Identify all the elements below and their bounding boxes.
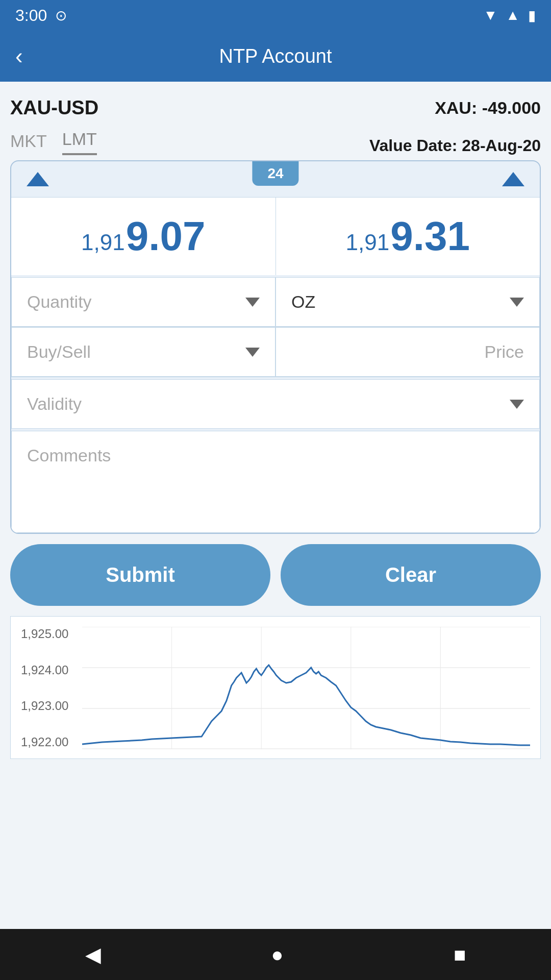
bid-up-arrow[interactable] xyxy=(27,172,49,186)
validity-dropdown[interactable]: Validity xyxy=(11,379,540,429)
unit-value: OZ xyxy=(291,292,315,312)
price-row: 1,91 9.07 1,91 9.31 xyxy=(11,197,540,275)
validity-label: Validity xyxy=(27,394,82,414)
signal-icon: ▲ xyxy=(506,7,520,23)
tab-group: MKT LMT xyxy=(10,129,97,155)
price-header: 24 xyxy=(11,161,540,197)
nav-back-button[interactable]: ◀ xyxy=(85,943,101,966)
bid-main: 9.07 xyxy=(126,213,206,260)
nav-recents-button[interactable]: ■ xyxy=(454,943,466,966)
ask-main: 9.31 xyxy=(390,213,470,260)
bottom-nav: ◀ ● ■ xyxy=(0,929,551,980)
quantity-badge: 24 xyxy=(252,161,298,186)
wifi-icon: ▼ xyxy=(484,7,498,23)
quantity-dropdown[interactable]: Quantity xyxy=(11,277,276,327)
main-content: XAU-USD XAU: -49.000 MKT LMT Value Date:… xyxy=(0,82,551,759)
bid-price-cell[interactable]: 1,91 9.07 xyxy=(11,198,276,275)
buysell-price-row: Buy/Sell Price xyxy=(11,327,540,377)
ask-prefix: 1,91 xyxy=(346,230,390,255)
y-label-1: 1,925.00 xyxy=(21,627,68,641)
tab-mkt[interactable]: MKT xyxy=(10,131,47,155)
tabs-row: MKT LMT Value Date: 28-Aug-20 xyxy=(10,129,541,155)
unit-dropdown[interactable]: OZ xyxy=(276,277,540,327)
quantity-chevron xyxy=(245,298,260,307)
ask-up-arrow[interactable] xyxy=(502,172,524,186)
form-section: Quantity OZ Buy/Sell Price xyxy=(11,277,540,533)
quantity-label: Quantity xyxy=(27,292,92,312)
quantity-unit-row: Quantity OZ xyxy=(11,277,540,327)
buysell-label: Buy/Sell xyxy=(27,342,91,362)
validity-chevron xyxy=(510,400,524,409)
clear-button[interactable]: Clear xyxy=(281,544,541,606)
back-button[interactable]: ‹ xyxy=(15,43,23,69)
y-label-2: 1,924.00 xyxy=(21,663,68,677)
unit-chevron xyxy=(510,298,524,307)
status-bar: 3:00 ⊙ ▼ ▲ ▮ xyxy=(0,0,551,31)
ask-price: 1,91 9.31 xyxy=(286,213,530,260)
currency-pair: XAU-USD xyxy=(10,97,98,119)
xau-balance: XAU: -49.000 xyxy=(435,98,541,118)
comments-input[interactable]: Comments xyxy=(11,431,540,533)
header-info: XAU-USD XAU: -49.000 xyxy=(10,92,541,129)
bid-price: 1,91 9.07 xyxy=(21,213,265,260)
price-card: 24 1,91 9.07 1,91 9.31 xyxy=(10,160,541,534)
chart-svg xyxy=(82,627,530,749)
submit-button[interactable]: Submit xyxy=(10,544,270,606)
comments-placeholder: Comments xyxy=(27,446,111,465)
status-time: 3:00 xyxy=(15,6,47,25)
battery-icon: ▮ xyxy=(528,7,536,24)
y-label-4: 1,922.00 xyxy=(21,735,68,749)
nav-home-button[interactable]: ● xyxy=(271,943,283,966)
price-input[interactable]: Price xyxy=(276,327,540,377)
buysell-dropdown[interactable]: Buy/Sell xyxy=(11,327,276,377)
buysell-chevron xyxy=(245,348,260,357)
value-date: Value Date: 28-Aug-20 xyxy=(369,136,541,155)
bid-prefix: 1,91 xyxy=(81,230,125,255)
y-label-3: 1,923.00 xyxy=(21,699,68,713)
top-nav: ‹ NTP Account xyxy=(0,31,551,82)
action-buttons: Submit Clear xyxy=(10,544,541,606)
sync-icon: ⊙ xyxy=(55,7,67,24)
chart-area xyxy=(82,627,530,749)
price-chart: 1,925.00 1,924.00 1,923.00 1,922.00 xyxy=(10,616,541,759)
tab-lmt[interactable]: LMT xyxy=(62,129,97,155)
ask-price-cell[interactable]: 1,91 9.31 xyxy=(276,198,540,275)
page-title: NTP Account xyxy=(219,45,332,67)
price-label: Price xyxy=(485,342,524,362)
chart-y-labels: 1,925.00 1,924.00 1,923.00 1,922.00 xyxy=(21,627,68,749)
